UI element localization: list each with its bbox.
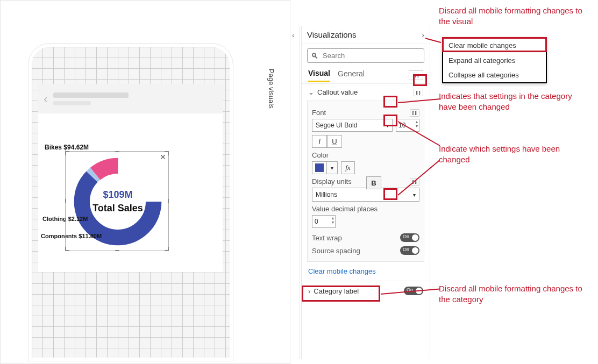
annotation-category-discard: Discard all mobile formatting changes to…: [439, 283, 589, 304]
annotation-visual-discard: Discard all mobile formatting changes to…: [439, 5, 589, 26]
design-canvas: ‹ $109M Total Sales Bikes $94.62M Clothi…: [0, 0, 290, 364]
bold-button[interactable]: B: [366, 176, 381, 189]
search-icon: 🔍︎: [311, 52, 318, 60]
callout-group: Font ⫿⫿ Segoe UI Bold▾ 10 ▴▾ B I U Color: [307, 101, 424, 262]
page-visuals-label: Page visuals: [267, 69, 275, 112]
clear-mobile-changes-link[interactable]: Clear mobile changes: [302, 262, 430, 281]
color-label: Color: [312, 151, 329, 159]
font-label: Font: [312, 109, 326, 117]
section-callout-title[interactable]: Callout value: [317, 88, 410, 96]
text-wrap-label: Text wrap: [312, 234, 342, 242]
page-visuals-tab[interactable]: ‹ Page visuals: [290, 26, 300, 359]
menu-expand-all[interactable]: Expand all categories: [443, 53, 546, 68]
font-size-input[interactable]: 10 ▴▾: [396, 119, 419, 132]
selection-close-icon[interactable]: ✕: [160, 153, 166, 161]
visualizations-pane: Visualizations › 🔍︎ Visual General ... ⌄…: [301, 26, 430, 359]
appbar-placeholder-lines: [53, 92, 129, 105]
text-wrap-toggle[interactable]: On: [400, 233, 419, 242]
pane-title: Visualizations: [307, 30, 356, 39]
phone-appbar: ‹: [38, 84, 223, 114]
source-spacing-toggle[interactable]: On: [400, 246, 419, 255]
annotation-settings-changed: Indicate which settings have been change…: [439, 144, 589, 165]
spinner-icon[interactable]: ▴▾: [416, 120, 418, 129]
decimal-label: Value decimal places: [312, 205, 378, 213]
color-dropdown[interactable]: ▾: [327, 161, 338, 174]
visual-selection-box[interactable]: ✕: [65, 151, 169, 251]
spinner-icon[interactable]: ▴▾: [332, 216, 334, 225]
font-family-select[interactable]: Segoe UI Bold▾: [312, 119, 393, 132]
annotation-category-changed: Indicates that settings in the category …: [439, 91, 589, 112]
search-box[interactable]: 🔍︎: [307, 48, 424, 63]
tab-visual[interactable]: Visual: [308, 69, 330, 82]
italic-button[interactable]: I: [312, 135, 327, 148]
chevron-down-icon: ▾: [413, 192, 416, 198]
search-input[interactable]: [322, 51, 421, 60]
changed-indicator-font: ⫿⫿: [410, 109, 419, 117]
source-spacing-label: Source spacing: [312, 247, 360, 255]
display-units-label: Display units: [312, 177, 352, 185]
decimal-input[interactable]: 0 ▴▾: [312, 215, 336, 228]
fx-button[interactable]: fx: [341, 161, 355, 174]
chevron-down-icon[interactable]: ⌄: [308, 88, 314, 96]
underline-button[interactable]: U: [327, 135, 342, 148]
back-icon: ‹: [44, 91, 48, 106]
chevron-left-icon: ‹: [292, 31, 294, 39]
menu-collapse-all[interactable]: Collapse all categories: [443, 68, 546, 82]
color-swatch[interactable]: [312, 161, 327, 174]
changed-indicator-callout: ⫿⫿: [414, 89, 423, 96]
slice-label-bikes: Bikes $94.62M: [45, 144, 89, 151]
pane-expand-icon[interactable]: ›: [422, 31, 424, 39]
tab-general[interactable]: General: [338, 69, 365, 81]
